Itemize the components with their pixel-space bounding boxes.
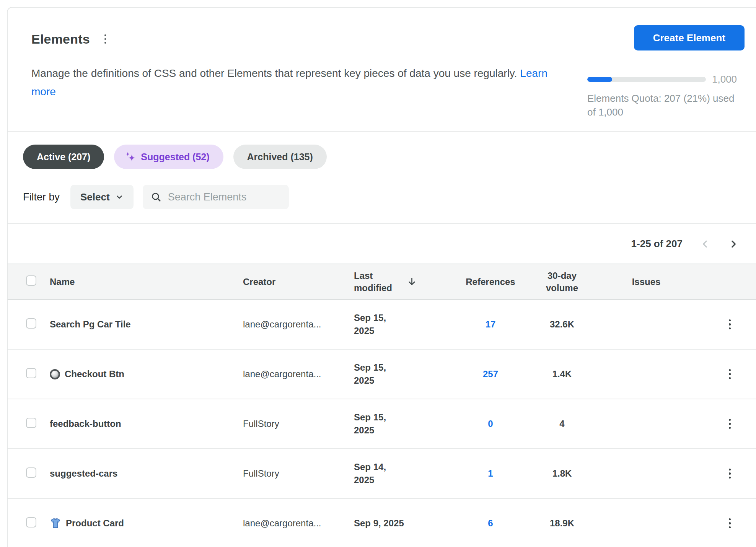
column-header-issues: Issues: [593, 277, 700, 287]
element-references-link[interactable]: 6: [488, 518, 493, 528]
row-checkbox[interactable]: [26, 467, 36, 478]
element-name[interactable]: Search Pg Car Tile: [50, 319, 131, 330]
element-name[interactable]: Product Card: [66, 518, 124, 529]
quota-caption: Elements Quota: 207 (21%) used of 1,000: [587, 91, 740, 119]
row-checkbox[interactable]: [26, 517, 36, 527]
tab-archived[interactable]: Archived (135): [233, 145, 327, 169]
search-input[interactable]: [168, 191, 280, 203]
row-checkbox[interactable]: [26, 368, 36, 378]
filter-select-value: Select: [80, 191, 110, 203]
column-header-name: Name: [50, 277, 243, 287]
quota-progress-bar: [587, 77, 706, 82]
element-volume: 18.9K: [531, 518, 593, 529]
filter-bar: Filter by Select: [8, 185, 756, 209]
column-header-creator: Creator: [243, 277, 354, 287]
element-name[interactable]: Checkout Btn: [65, 369, 124, 379]
element-last-modified: Sep 15, 2025: [354, 411, 407, 437]
filter-by-label: Filter by: [23, 191, 60, 203]
header-divider: [8, 131, 756, 132]
element-volume: 4: [531, 418, 593, 429]
row-menu-kebab-icon[interactable]: [726, 515, 734, 531]
sort-descending-arrow-icon: [407, 277, 417, 287]
element-creator: lane@cargorenta...: [243, 518, 354, 529]
table-row: Checkout Btn lane@cargorenta... Sep 15, …: [8, 350, 756, 399]
row-menu-kebab-icon[interactable]: [726, 316, 734, 332]
chevron-right-icon: [728, 239, 738, 249]
element-last-modified: Sep 15, 2025: [354, 311, 407, 337]
tshirt-icon: [50, 518, 61, 529]
elements-card: Elements Create Element Manage the defin…: [7, 7, 756, 547]
element-creator: FullStory: [243, 468, 354, 479]
element-references-link[interactable]: 257: [483, 369, 498, 379]
row-menu-kebab-icon[interactable]: [726, 416, 734, 432]
element-last-modified: Sep 15, 2025: [354, 361, 407, 387]
row-checkbox[interactable]: [26, 318, 36, 329]
search-icon: [151, 192, 161, 202]
elements-quota: 1,000 Elements Quota: 207 (21%) used of …: [587, 73, 740, 119]
tab-suggested[interactable]: Suggested (52): [114, 145, 223, 169]
elements-table: Name Creator Last modified References 30…: [8, 264, 756, 547]
pagination-range: 1-25 of 207: [631, 238, 683, 250]
table-body: Search Pg Car Tile lane@cargorenta... Se…: [8, 300, 756, 547]
row-menu-kebab-icon[interactable]: [726, 366, 734, 382]
element-last-modified: Sep 14, 2025: [354, 461, 407, 487]
column-header-last-modified[interactable]: Last modified: [354, 270, 450, 294]
page-header: Elements Create Element Manage the defin…: [8, 8, 756, 131]
row-menu-kebab-icon[interactable]: [726, 466, 734, 482]
quota-progress-fill: [587, 77, 612, 82]
description-text: Manage the definitions of CSS and other …: [31, 67, 517, 79]
sparkle-icon: [125, 151, 136, 163]
table-row: suggested-cars FullStory Sep 14, 2025 1 …: [8, 449, 756, 499]
filter-select-dropdown[interactable]: Select: [70, 185, 134, 209]
element-last-modified: Sep 9, 2025: [354, 517, 404, 530]
element-name[interactable]: suggested-cars: [50, 468, 117, 479]
table-row: Search Pg Car Tile lane@cargorenta... Se…: [8, 300, 756, 350]
search-elements-box[interactable]: [143, 185, 289, 209]
tab-suggested-label: Suggested (52): [141, 151, 209, 163]
status-tabs: Active (207) Suggested (52) Archived (13…: [8, 145, 756, 169]
table-header-row: Name Creator Last modified References 30…: [8, 264, 756, 300]
element-references-link[interactable]: 1: [488, 468, 493, 479]
table-row: Product Card lane@cargorenta... Sep 9, 2…: [8, 499, 756, 547]
pagination-prev-button[interactable]: [698, 237, 712, 251]
element-volume: 1.8K: [531, 468, 593, 479]
element-references-link[interactable]: 0: [488, 418, 493, 429]
select-all-checkbox[interactable]: [26, 275, 36, 286]
column-header-volume: 30-day volume: [531, 270, 593, 294]
element-name[interactable]: feedback-button: [50, 418, 121, 429]
element-creator: lane@cargorenta...: [243, 369, 354, 379]
page-title: Elements: [31, 32, 90, 47]
pagination-next-button[interactable]: [726, 237, 741, 251]
chevron-down-icon: [115, 193, 124, 201]
element-creator: lane@cargorenta...: [243, 319, 354, 330]
table-row: feedback-button FullStory Sep 15, 2025 0…: [8, 399, 756, 449]
create-element-button[interactable]: Create Element: [634, 25, 745, 50]
radio-button-icon: [50, 369, 60, 379]
element-volume: 1.4K: [531, 369, 593, 379]
tab-active[interactable]: Active (207): [23, 145, 104, 169]
pagination: 1-25 of 207: [8, 224, 756, 264]
row-checkbox[interactable]: [26, 418, 36, 428]
page-description: Manage the definitions of CSS and other …: [31, 64, 552, 101]
element-references-link[interactable]: 17: [486, 319, 496, 329]
element-creator: FullStory: [243, 418, 354, 429]
page-menu-kebab-icon[interactable]: [102, 32, 109, 46]
chevron-left-icon: [700, 239, 710, 249]
column-header-references: References: [450, 277, 531, 287]
quota-max-label: 1,000: [712, 73, 737, 85]
element-volume: 32.6K: [531, 319, 593, 330]
